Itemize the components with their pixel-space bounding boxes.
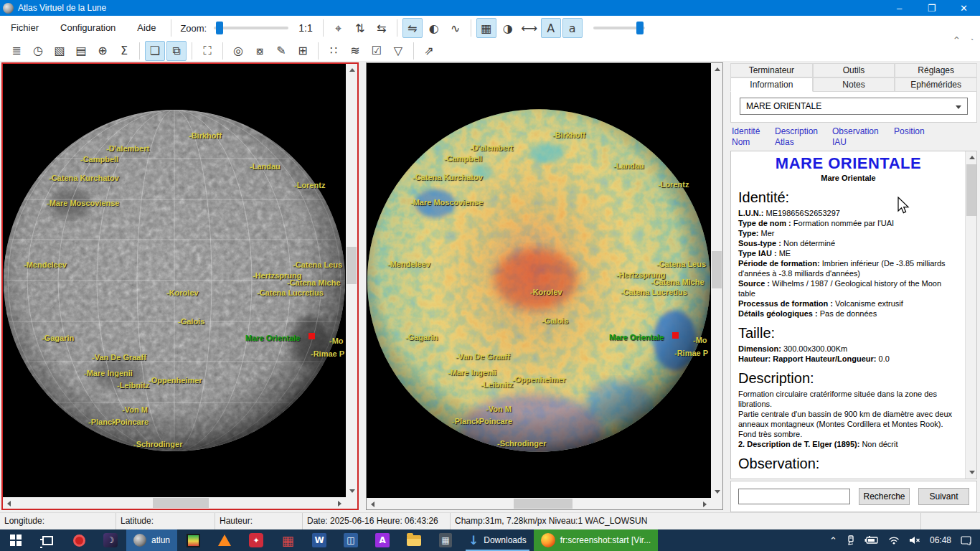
scroll-left-icon[interactable] bbox=[371, 501, 374, 507]
libration-arrows-icon[interactable]: ⇋ bbox=[402, 18, 423, 38]
scroll-right-icon[interactable] bbox=[338, 501, 341, 507]
grid-icon[interactable]: ▦ bbox=[476, 18, 496, 38]
scroll-right-icon[interactable] bbox=[703, 501, 707, 507]
moon-phase-icon[interactable]: ◐ bbox=[424, 18, 444, 38]
task-view-button[interactable] bbox=[32, 529, 63, 551]
layers-icon[interactable]: ≋ bbox=[345, 41, 365, 61]
moon-globe-grayscale[interactable]: -Birkhoff-D'alembert-Campbell-Landau-Cat… bbox=[3, 64, 346, 497]
pinned-app-contacts[interactable]: ◫ bbox=[335, 529, 367, 551]
menu-fichier[interactable]: Fichier bbox=[0, 16, 50, 40]
filter-icon[interactable]: ▽ bbox=[388, 41, 408, 61]
link-description[interactable]: Description bbox=[775, 126, 832, 137]
search-input[interactable] bbox=[738, 489, 850, 504]
vertical-scrollbar[interactable] bbox=[346, 64, 357, 497]
scroll-up-icon[interactable] bbox=[349, 68, 355, 72]
tab-ephémérides[interactable]: Ephémérides bbox=[895, 77, 977, 92]
pinned-app-word[interactable]: W bbox=[303, 529, 335, 551]
camera-icon[interactable]: ⧇ bbox=[250, 41, 270, 61]
usb-icon[interactable] bbox=[847, 535, 855, 546]
trend-chart-icon[interactable]: ⇗ bbox=[419, 41, 439, 61]
list-icon[interactable]: ≣ bbox=[6, 41, 27, 61]
ephemerides-clock-icon[interactable]: ◷ bbox=[28, 41, 48, 61]
link-atlas[interactable]: Atlas bbox=[775, 137, 832, 148]
zoom-slider-thumb[interactable] bbox=[216, 22, 223, 34]
pinned-app-vlc[interactable] bbox=[209, 529, 240, 551]
scroll-down-icon[interactable] bbox=[349, 489, 355, 493]
link-identité[interactable]: Identité bbox=[732, 126, 775, 137]
pinned-app-red-circle[interactable] bbox=[63, 529, 95, 551]
pinned-app-access[interactable]: A bbox=[367, 529, 398, 551]
horizontal-scrollbar[interactable] bbox=[367, 498, 711, 509]
minimize-button[interactable]: – bbox=[883, 0, 915, 16]
flip-vertical-icon[interactable]: ⇅ bbox=[350, 18, 370, 38]
recherche-button[interactable]: Recherche bbox=[859, 488, 910, 505]
scrollbar-thumb[interactable] bbox=[153, 498, 209, 508]
checklist-icon[interactable]: ☑ bbox=[367, 41, 387, 61]
notification-center-icon[interactable] bbox=[961, 536, 971, 545]
labels-uppercase-icon[interactable]: A bbox=[541, 18, 561, 38]
pencil-icon[interactable]: ✎ bbox=[271, 41, 291, 61]
labels-lowercase-icon[interactable]: a bbox=[562, 18, 583, 38]
link-position[interactable]: Position bbox=[894, 126, 925, 137]
tab-terminateur[interactable]: Terminateur bbox=[730, 63, 813, 77]
scroll-down-icon[interactable] bbox=[715, 490, 720, 494]
tab-information[interactable]: Information bbox=[730, 77, 813, 92]
scrollbar-thumb[interactable] bbox=[347, 247, 357, 284]
scroll-down-icon[interactable] bbox=[969, 471, 975, 474]
menu-configuration[interactable]: Configuration bbox=[50, 16, 126, 40]
battery-icon[interactable] bbox=[864, 536, 879, 545]
tab-outils[interactable]: Outils bbox=[813, 63, 895, 77]
pinned-app-calculator[interactable]: ▦ bbox=[430, 529, 461, 551]
image-icon[interactable]: ▧ bbox=[50, 41, 70, 61]
taskbar-clock[interactable]: 06:48 bbox=[930, 535, 951, 545]
pinned-app-night-moon[interactable]: ☽ bbox=[95, 529, 126, 551]
tray-chevron-up-icon[interactable]: ⌃ bbox=[829, 535, 837, 546]
sigma-icon[interactable]: Σ bbox=[114, 41, 134, 61]
tab-réglages[interactable]: Réglages bbox=[895, 63, 977, 77]
calendar-icon[interactable]: ⊞ bbox=[293, 41, 313, 61]
article-icon[interactable]: ▤ bbox=[71, 41, 91, 61]
measure-icon[interactable]: ⟷ bbox=[519, 18, 540, 38]
link-observation[interactable]: Observation bbox=[832, 126, 894, 137]
moon-globe-topographic[interactable]: -Birkhoff-D'alembert-Campbell-Landau-Cat… bbox=[367, 63, 711, 498]
info-scrollbar[interactable] bbox=[965, 151, 976, 479]
zoom-slider[interactable] bbox=[214, 27, 288, 29]
taskbar-app-atlun[interactable]: atlun bbox=[126, 529, 177, 551]
horizontal-scrollbar[interactable] bbox=[3, 497, 346, 509]
pinned-app-red-tool[interactable]: ✦ bbox=[240, 529, 272, 551]
label-size-slider[interactable] bbox=[593, 27, 645, 29]
wifi-icon[interactable] bbox=[888, 536, 900, 545]
close-button[interactable]: ✕ bbox=[948, 0, 980, 16]
pinned-app-red-grid[interactable]: ▦ bbox=[272, 529, 303, 551]
terminator-icon[interactable]: ◑ bbox=[498, 18, 518, 38]
scrollbar-thumb[interactable] bbox=[514, 499, 573, 509]
start-button[interactable] bbox=[0, 529, 32, 551]
flip-horizontal-icon[interactable]: ⇆ bbox=[372, 18, 392, 38]
crop-icon[interactable]: ⛶ bbox=[197, 41, 217, 61]
small-grid-icon[interactable]: ∷ bbox=[324, 41, 344, 61]
viewport-topographic[interactable]: -Birkhoff-D'alembert-Campbell-Landau-Cat… bbox=[366, 62, 723, 510]
link-iau[interactable]: IAU bbox=[832, 137, 894, 148]
globe-icon[interactable]: ⊕ bbox=[93, 41, 113, 61]
link-icon[interactable]: ⧉ bbox=[166, 41, 187, 61]
scrollbar-thumb[interactable] bbox=[712, 251, 722, 288]
circle-dot-icon[interactable]: ◎ bbox=[228, 41, 248, 61]
pinned-app-media[interactable] bbox=[177, 529, 209, 551]
taskbar-app-firefox[interactable]: fr:screenshot:start [Vir... bbox=[534, 529, 659, 551]
tab-notes[interactable]: Notes bbox=[813, 77, 895, 92]
suivant-button[interactable]: Suivant bbox=[918, 488, 969, 505]
scroll-up-icon[interactable] bbox=[715, 67, 720, 71]
center-target-icon[interactable]: ⌖ bbox=[329, 18, 349, 38]
label-size-slider-thumb[interactable] bbox=[636, 22, 644, 34]
maximize-button[interactable]: ❐ bbox=[915, 0, 948, 16]
formation-dropdown[interactable]: MARE ORIENTALE bbox=[740, 98, 968, 115]
scroll-left-icon[interactable] bbox=[7, 501, 11, 507]
link-nom[interactable]: Nom bbox=[732, 137, 775, 148]
notes-icon[interactable]: ❏ bbox=[145, 41, 165, 61]
vertical-scrollbar[interactable] bbox=[711, 63, 722, 498]
volume-muted-icon[interactable] bbox=[909, 536, 920, 545]
pinned-app-explorer[interactable] bbox=[398, 529, 430, 551]
scroll-up-icon[interactable] bbox=[969, 156, 975, 159]
scrollbar-thumb[interactable] bbox=[966, 164, 976, 216]
menu-aide[interactable]: Aide bbox=[126, 16, 166, 40]
